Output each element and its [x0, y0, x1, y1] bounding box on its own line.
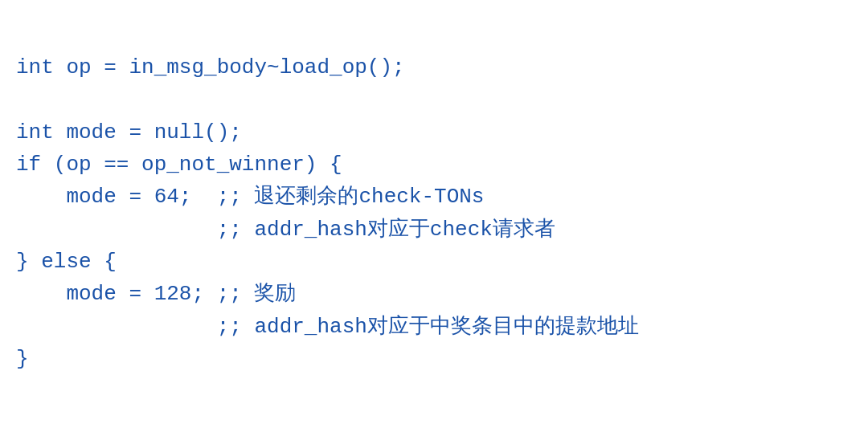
code-line-line4: if (op == op_not_winner) {: [16, 149, 852, 181]
code-line-empty-1: [16, 84, 852, 116]
code-line-line7: } else {: [16, 246, 852, 278]
code-line-line1: int op = in_msg_body~load_op();: [16, 51, 852, 84]
code-line-line3: int mode = null();: [16, 116, 852, 149]
code-line-line6: ;; addr_hash对应于check请求者: [16, 214, 852, 246]
code-line-line8: mode = 128; ;; 奖励: [16, 278, 852, 310]
code-line-line10: }: [16, 343, 852, 375]
code-block: int op = in_msg_body~load_op();int mode …: [0, 0, 868, 440]
code-line-line5: mode = 64; ;; 退还剩余的check-TONs: [16, 181, 852, 213]
code-line-line9: ;; addr_hash对应于中奖条目中的提款地址: [16, 311, 852, 343]
